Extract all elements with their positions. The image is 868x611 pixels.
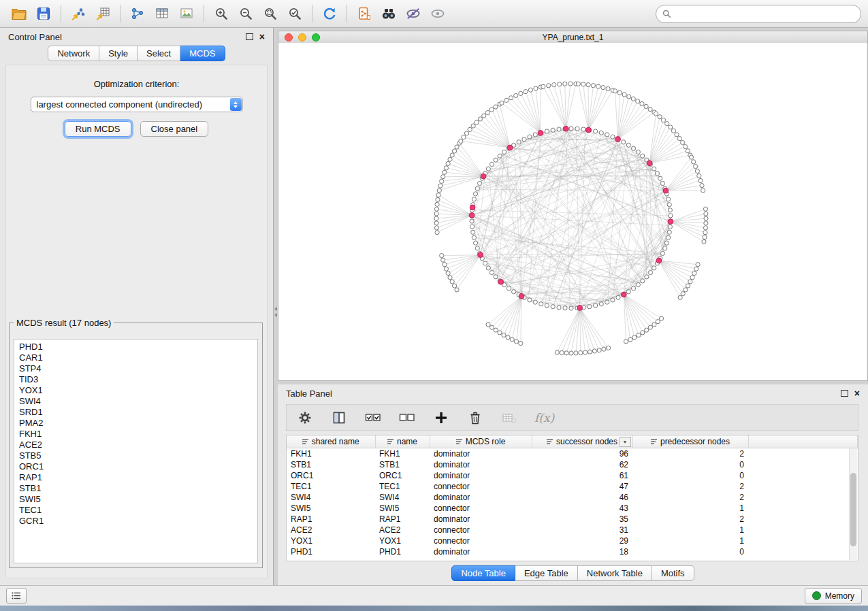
table-row[interactable]: SWI4SWI4dominator462 — [287, 492, 858, 503]
share-document-icon[interactable] — [352, 3, 376, 24]
new-table-icon[interactable] — [150, 3, 174, 24]
table-cell[interactable]: 2 — [632, 514, 748, 525]
run-mcds-button[interactable]: Run MCDS — [65, 121, 131, 137]
network-graph[interactable] — [278, 43, 867, 380]
zoom-out-icon[interactable] — [234, 3, 258, 24]
minimize-traffic-icon[interactable] — [298, 33, 306, 42]
table-cell[interactable]: TEC1 — [287, 481, 375, 492]
close-window-icon[interactable]: × — [854, 390, 860, 397]
tab-mcds[interactable]: MCDS — [180, 46, 225, 61]
mcds-node-item[interactable]: STP4 — [19, 363, 257, 374]
mcds-node-item[interactable]: ACE2 — [19, 440, 257, 450]
mcds-node-item[interactable]: CAR1 — [19, 352, 257, 363]
table-cell[interactable]: STB1 — [375, 459, 430, 470]
mcds-node-item[interactable]: TID3 — [19, 374, 257, 385]
table-cell[interactable]: 18 — [532, 546, 632, 557]
table-cell[interactable]: FKH1 — [287, 448, 375, 460]
memory-button[interactable]: Memory — [805, 588, 862, 604]
show-all-icon[interactable] — [425, 3, 450, 24]
table-cell[interactable]: YOX1 — [287, 535, 375, 546]
apply-layout-icon[interactable] — [317, 3, 342, 24]
mcds-node-item[interactable]: PHD1 — [19, 342, 257, 352]
close-window-icon[interactable]: × — [259, 33, 265, 40]
criterion-dropdown[interactable]: largest connected component (undirected) — [31, 97, 243, 112]
tab-network[interactable]: Network — [48, 46, 99, 61]
table-cell[interactable]: dominator — [430, 459, 532, 470]
table-row[interactable]: FKH1FKH1dominator962 — [287, 448, 858, 460]
table-cell[interactable]: SWI4 — [287, 492, 375, 503]
mcds-node-item[interactable]: STB1 — [19, 483, 257, 494]
table-row[interactable]: TEC1TEC1connector472 — [287, 481, 858, 492]
select-all-icon[interactable] — [364, 409, 382, 427]
network-canvas[interactable] — [278, 43, 867, 380]
table-row[interactable]: ACE2ACE2connector311 — [287, 525, 858, 535]
add-row-icon[interactable] — [432, 409, 450, 427]
tab-edge-table[interactable]: Edge Table — [515, 565, 578, 581]
panel-divider-handle[interactable] — [273, 303, 278, 320]
table-cell[interactable]: SWI5 — [375, 503, 430, 514]
table-row[interactable]: PHD1PHD1dominator180 — [287, 546, 858, 557]
mcds-node-item[interactable]: YOX1 — [19, 385, 257, 396]
table-cell[interactable]: SWI4 — [375, 492, 430, 503]
table-cell[interactable]: 29 — [532, 535, 632, 546]
network-titlebar[interactable]: YPA_prune.txt_1 — [278, 31, 867, 44]
search-field[interactable] — [675, 8, 854, 19]
table-cell[interactable]: YOX1 — [375, 535, 430, 546]
table-cell[interactable]: 1 — [632, 535, 748, 546]
table-cell[interactable]: dominator — [430, 492, 532, 503]
mcds-node-item[interactable]: RAP1 — [19, 472, 257, 483]
mcds-node-item[interactable]: PMA2 — [19, 418, 257, 429]
table-cell[interactable]: RAP1 — [287, 514, 375, 525]
table-row[interactable]: SWI5SWI5connector431 — [287, 503, 858, 514]
close-traffic-icon[interactable] — [285, 33, 293, 42]
table-cell[interactable]: PHD1 — [287, 546, 375, 557]
table-row[interactable]: ORC1ORC1dominator610 — [287, 470, 858, 481]
table-cell[interactable]: dominator — [430, 448, 532, 460]
panel-list-icon[interactable] — [6, 588, 27, 604]
col-successor-nodes[interactable]: successor nodes▼ — [532, 435, 632, 448]
table-cell[interactable]: 2 — [632, 448, 748, 460]
table-cell[interactable]: 61 — [532, 470, 632, 481]
tab-node-table[interactable]: Node Table — [451, 565, 515, 581]
col-predecessor-nodes[interactable]: predecessor nodes — [632, 435, 748, 448]
table-row[interactable]: RAP1RAP1dominator352 — [287, 514, 858, 525]
table-cell[interactable]: dominator — [430, 514, 532, 525]
mcds-node-item[interactable]: STB5 — [19, 450, 257, 461]
table-cell[interactable]: ORC1 — [375, 470, 430, 481]
table-cell[interactable]: 0 — [632, 459, 748, 470]
export-image-icon[interactable] — [174, 3, 199, 24]
mcds-node-item[interactable]: SWI5 — [19, 494, 257, 505]
import-network-icon[interactable] — [66, 3, 91, 24]
table-cell[interactable]: 96 — [532, 448, 632, 460]
table-cell[interactable]: 46 — [532, 492, 632, 503]
save-icon[interactable] — [31, 3, 56, 24]
table-cell[interactable]: 35 — [532, 514, 632, 525]
mcds-node-item[interactable]: SRD1 — [19, 407, 257, 418]
delete-row-icon[interactable] — [466, 409, 484, 427]
col-mcds-role[interactable]: MCDS role — [430, 435, 532, 448]
mcds-node-item[interactable]: ORC1 — [19, 461, 257, 472]
table-cell[interactable]: 0 — [632, 470, 748, 481]
table-cell[interactable]: dominator — [430, 470, 532, 481]
table-cell[interactable]: connector — [430, 481, 532, 492]
table-cell[interactable]: 43 — [532, 503, 632, 514]
mcds-node-item[interactable]: GCR1 — [19, 516, 257, 527]
table-cell[interactable]: 1 — [632, 525, 748, 535]
table-cell[interactable]: 2 — [632, 492, 748, 503]
table-cell[interactable]: dominator — [430, 546, 532, 557]
settings-gear-icon[interactable] — [296, 409, 314, 427]
table-cell[interactable]: PHD1 — [375, 546, 430, 557]
open-folder-icon[interactable] — [7, 3, 31, 24]
col-name[interactable]: name — [375, 435, 430, 448]
table-cell[interactable]: TEC1 — [375, 481, 430, 492]
table-cell[interactable]: STB1 — [287, 459, 375, 470]
table-cell[interactable]: 31 — [532, 525, 632, 535]
float-window-icon[interactable] — [246, 33, 253, 40]
table-cell[interactable]: 62 — [532, 459, 632, 470]
table-cell[interactable]: 1 — [632, 503, 748, 514]
column-visibility-icon[interactable] — [330, 409, 348, 427]
search-network-icon[interactable] — [376, 3, 401, 24]
table-row[interactable]: STB1STB1dominator620 — [287, 459, 858, 470]
search-input[interactable] — [656, 5, 861, 23]
scrollbar-thumb[interactable] — [850, 473, 856, 546]
